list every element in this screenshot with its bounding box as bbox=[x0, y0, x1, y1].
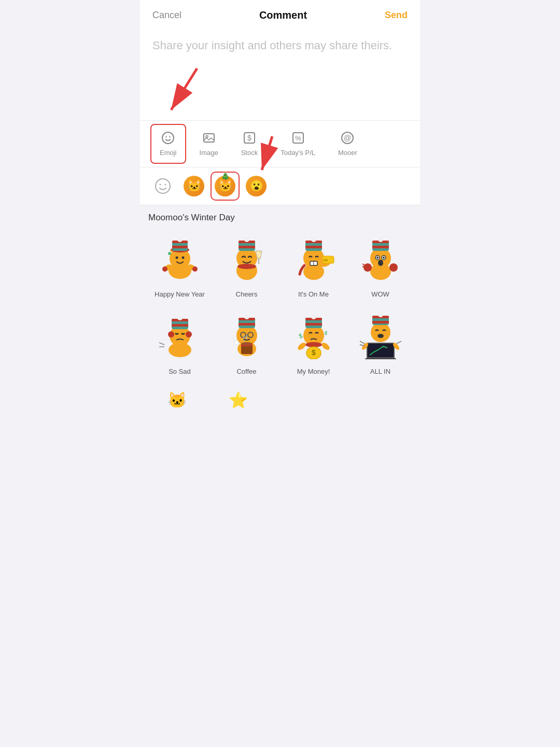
svg-point-30 bbox=[192, 266, 198, 272]
svg-rect-113 bbox=[365, 358, 396, 359]
sticker-partial[interactable]: 🐱 bbox=[148, 385, 205, 411]
svg-rect-82 bbox=[239, 323, 255, 326]
svg-rect-37 bbox=[239, 246, 255, 248]
send-button[interactable]: Send bbox=[385, 10, 408, 21]
svg-point-105 bbox=[371, 322, 390, 342]
sticker-section: Moomoo's Winter Day bbox=[140, 205, 420, 230]
svg-point-97 bbox=[311, 314, 316, 319]
sticker-label-5: Coffee bbox=[236, 368, 256, 375]
emoji-cat-smiley[interactable] bbox=[148, 172, 177, 201]
svg-point-41 bbox=[257, 252, 258, 254]
svg-line-1 bbox=[171, 68, 197, 110]
sticker-cheers[interactable]: Cheers bbox=[215, 230, 278, 301]
svg-rect-112 bbox=[368, 344, 394, 357]
svg-point-64 bbox=[378, 260, 383, 266]
svg-text:$: $ bbox=[324, 330, 328, 336]
svg-point-26 bbox=[181, 256, 184, 259]
svg-line-118 bbox=[397, 341, 401, 344]
mooer-toolbar-icon: @ bbox=[341, 131, 354, 147]
sticker-its-on-me[interactable]: It's On Me bbox=[282, 230, 345, 301]
svg-point-63 bbox=[383, 257, 385, 259]
emoji-cat-moomoo2[interactable]: 😮 bbox=[242, 172, 271, 201]
comment-header: Cancel Comment Send bbox=[140, 0, 420, 29]
svg-point-4 bbox=[170, 136, 171, 137]
svg-point-28 bbox=[162, 266, 167, 272]
sticker-label-1: Cheers bbox=[236, 290, 258, 298]
sticker-label-4: So Sad bbox=[169, 368, 191, 375]
toolbar-stock-label: Stock bbox=[241, 149, 258, 157]
sticker-all-in[interactable]: ALL IN bbox=[349, 307, 412, 378]
comment-placeholder: Share your insight and others may share … bbox=[152, 38, 408, 54]
svg-point-59 bbox=[378, 237, 383, 242]
svg-point-91 bbox=[234, 341, 239, 345]
sticker-grid-row1: Happy New Year bbox=[140, 230, 420, 307]
svg-point-90 bbox=[241, 342, 253, 345]
pnl-toolbar-icon: % bbox=[291, 131, 305, 147]
svg-point-2 bbox=[162, 132, 174, 144]
svg-point-74 bbox=[177, 315, 183, 320]
svg-point-66 bbox=[389, 263, 398, 272]
emoji-cat-winter[interactable]: 🐱 🎄 bbox=[211, 172, 240, 201]
svg-point-76 bbox=[186, 331, 192, 337]
image-toolbar-icon bbox=[202, 131, 216, 147]
svg-line-116 bbox=[360, 341, 365, 344]
sticker-label-6: My Money! bbox=[297, 368, 330, 375]
emoji-cat-moomoo1[interactable]: 🐱 bbox=[179, 172, 208, 201]
comment-input-area[interactable]: Share your insight and others may share … bbox=[140, 29, 420, 63]
svg-point-38 bbox=[244, 237, 249, 242]
arrow1-icon bbox=[156, 63, 218, 120]
page-title: Comment bbox=[259, 9, 307, 21]
svg-point-83 bbox=[244, 314, 249, 319]
svg-rect-73 bbox=[172, 324, 188, 327]
svg-rect-53 bbox=[324, 259, 328, 261]
toolbar-stock[interactable]: $ Stock bbox=[232, 124, 268, 164]
cancel-button[interactable]: Cancel bbox=[152, 10, 181, 21]
svg-point-17 bbox=[165, 184, 166, 185]
section-title: Moomoo's Winter Day bbox=[148, 213, 412, 223]
svg-point-62 bbox=[376, 257, 379, 259]
svg-point-25 bbox=[175, 256, 178, 259]
svg-text:@: @ bbox=[344, 134, 351, 142]
sticker-my-money[interactable]: $ $ $ My Money! bbox=[282, 307, 345, 378]
toolbar-emoji-label: Emoji bbox=[160, 149, 177, 157]
svg-point-99 bbox=[296, 341, 306, 351]
svg-point-6 bbox=[206, 135, 208, 137]
svg-point-24 bbox=[177, 237, 183, 242]
emoji-category-row: 🐱 🐱 🎄 😮 bbox=[140, 167, 420, 205]
toolbar: Emoji Image $ Stock bbox=[140, 120, 420, 167]
toolbar-image-label: Image bbox=[200, 149, 218, 157]
svg-text:$: $ bbox=[312, 348, 316, 357]
svg-rect-108 bbox=[372, 321, 389, 323]
svg-point-100 bbox=[320, 341, 330, 351]
svg-rect-47 bbox=[305, 246, 322, 248]
svg-point-16 bbox=[160, 184, 161, 185]
sticker-label-0: Happy New Year bbox=[155, 290, 205, 298]
svg-point-31 bbox=[168, 252, 171, 255]
sticker-wow[interactable]: WOW bbox=[349, 230, 412, 301]
svg-rect-58 bbox=[372, 246, 389, 248]
svg-point-32 bbox=[170, 250, 172, 252]
toolbar-pnl[interactable]: % Today's P/L bbox=[271, 124, 325, 164]
svg-point-75 bbox=[168, 331, 174, 337]
sticker-label-3: WOW bbox=[371, 290, 389, 298]
svg-text:%: % bbox=[295, 134, 301, 142]
svg-point-3 bbox=[166, 136, 167, 137]
sticker-happy-new-year[interactable]: Happy New Year bbox=[148, 230, 211, 301]
sticker-grid-row2: So Sad bbox=[140, 307, 420, 385]
svg-point-42 bbox=[259, 254, 260, 256]
arrow-annotation-area bbox=[140, 63, 420, 120]
toolbar-mooer[interactable]: @ Mooer bbox=[329, 124, 367, 164]
toolbar-pnl-label: Today's P/L bbox=[281, 149, 315, 157]
toolbar-emoji[interactable]: Emoji bbox=[150, 124, 186, 164]
sticker-coffee[interactable]: Coffee bbox=[215, 307, 278, 378]
sticker-partial2[interactable]: ⭐ bbox=[209, 385, 267, 411]
svg-rect-5 bbox=[204, 134, 214, 142]
modal-container: Cancel Comment Send Share your insight a… bbox=[140, 0, 420, 411]
svg-rect-23 bbox=[172, 246, 188, 248]
sticker-label-2: It's On Me bbox=[298, 290, 329, 298]
toolbar-image[interactable]: Image bbox=[190, 124, 228, 164]
svg-point-15 bbox=[156, 179, 170, 193]
svg-point-48 bbox=[311, 237, 316, 242]
sticker-so-sad[interactable]: So Sad bbox=[148, 307, 211, 378]
svg-point-92 bbox=[233, 337, 236, 340]
